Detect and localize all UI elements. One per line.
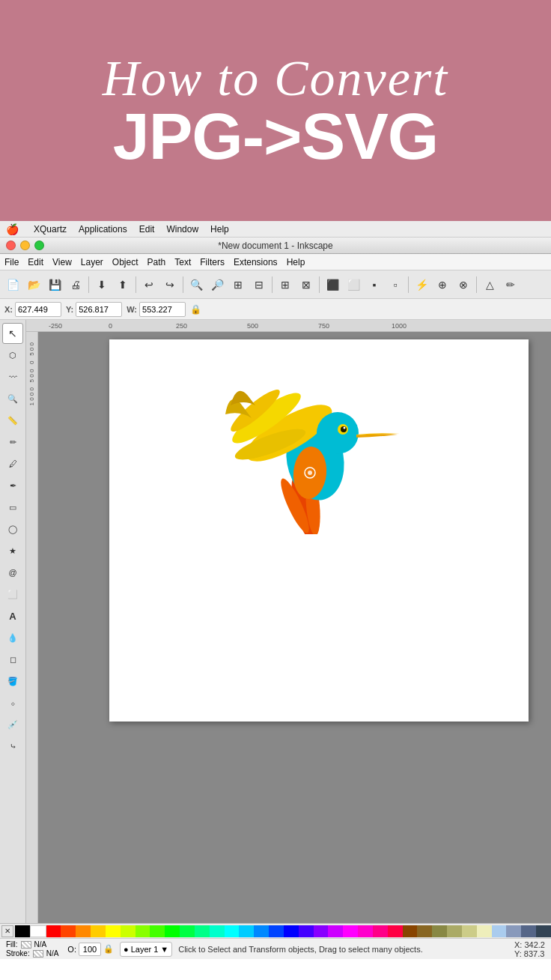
zoom-tool[interactable]: 🔍 xyxy=(2,388,23,409)
align-left-button[interactable]: ⬛ xyxy=(323,275,342,294)
snap-grid-button[interactable]: ⊕ xyxy=(433,275,452,294)
app-menu-layer[interactable]: Layer xyxy=(81,257,103,267)
color-khaki-light[interactable] xyxy=(462,925,477,937)
menu-help[interactable]: Help xyxy=(210,224,229,235)
spray-tool[interactable]: 💧 xyxy=(2,627,23,648)
stroke-swatch[interactable] xyxy=(33,950,43,958)
menu-xquartz[interactable]: XQuartz xyxy=(34,224,67,235)
app-menu-text[interactable]: Text xyxy=(174,257,191,267)
color-red[interactable] xyxy=(46,925,61,937)
ungroup-button[interactable]: ⊠ xyxy=(296,275,316,294)
app-menu-extensions[interactable]: Extensions xyxy=(234,257,278,267)
color-deep-pink[interactable] xyxy=(373,925,388,937)
y-input[interactable] xyxy=(76,302,122,317)
color-blue[interactable] xyxy=(284,925,299,937)
opacity-input[interactable] xyxy=(79,943,101,956)
w-input[interactable] xyxy=(139,302,186,317)
apple-menu[interactable]: 🍎 xyxy=(6,223,19,235)
color-lime[interactable] xyxy=(150,925,165,937)
print-button[interactable]: 🖨 xyxy=(66,275,85,294)
open-file-button[interactable]: 📂 xyxy=(24,275,43,294)
app-menu-object[interactable]: Object xyxy=(112,257,138,267)
rect-tool[interactable]: ▭ xyxy=(2,497,23,518)
pen-tool[interactable]: 🖊 xyxy=(2,453,23,474)
3dbox-tool[interactable]: ⬜ xyxy=(2,584,23,605)
eraser-tool[interactable]: ◻ xyxy=(2,649,23,670)
node-tool-button[interactable]: △ xyxy=(480,275,499,294)
star-tool[interactable]: ★ xyxy=(2,540,23,561)
menu-applications[interactable]: Applications xyxy=(79,224,127,235)
color-yellow-green[interactable] xyxy=(121,925,136,937)
color-cyan[interactable] xyxy=(225,925,240,937)
color-tan[interactable] xyxy=(417,925,432,937)
connector-tool[interactable]: ⤷ xyxy=(2,736,23,757)
close-button[interactable] xyxy=(6,241,16,250)
color-magenta[interactable] xyxy=(343,925,358,937)
dropper-tool[interactable]: 💉 xyxy=(2,714,23,735)
color-chartreuse[interactable] xyxy=(136,925,150,937)
calligraphy-tool[interactable]: ✒ xyxy=(2,475,23,496)
zoom-in-button[interactable]: 🔍 xyxy=(186,275,206,294)
node-edit-tool[interactable]: ⬡ xyxy=(2,345,23,366)
color-mint[interactable] xyxy=(195,925,210,937)
tweak-tool[interactable]: 〰 xyxy=(2,366,23,387)
app-menu-file[interactable]: File xyxy=(4,257,19,267)
color-blue-light[interactable] xyxy=(269,925,284,937)
color-blue-violet[interactable] xyxy=(299,925,314,937)
zoom-fit-button[interactable]: ⊞ xyxy=(228,275,248,294)
canvas-area[interactable] xyxy=(38,332,551,923)
pen-tool-button[interactable]: ✏ xyxy=(501,275,520,294)
group-button[interactable]: ⊞ xyxy=(276,275,295,294)
menu-edit[interactable]: Edit xyxy=(139,224,155,235)
measure-tool[interactable]: 📏 xyxy=(2,410,23,431)
color-sky-blue[interactable] xyxy=(239,925,254,937)
lock-icon[interactable]: 🔒 xyxy=(190,304,201,315)
lock-opacity-icon[interactable]: 🔒 xyxy=(103,944,114,954)
align-right-button[interactable]: ▪ xyxy=(365,275,384,294)
paint-bucket-tool[interactable]: 🪣 xyxy=(2,671,23,692)
color-navy[interactable] xyxy=(536,925,551,937)
color-black[interactable] xyxy=(15,925,30,937)
zoom-out-button[interactable]: 🔎 xyxy=(207,275,227,294)
color-orange[interactable] xyxy=(76,925,91,937)
color-green[interactable] xyxy=(165,925,180,937)
layer-selector[interactable]: ● Layer 1 ▼ xyxy=(120,942,172,957)
pencil-tool[interactable]: ✏ xyxy=(2,432,23,453)
align-center-button[interactable]: ⬜ xyxy=(344,275,363,294)
new-file-button[interactable]: 📄 xyxy=(3,275,22,294)
color-orange-red[interactable] xyxy=(61,925,76,937)
align-top-button[interactable]: ▫ xyxy=(386,275,405,294)
undo-button[interactable]: ↩ xyxy=(139,275,159,294)
import-button[interactable]: ⬇ xyxy=(92,275,112,294)
minimize-button[interactable] xyxy=(20,241,30,250)
select-tool[interactable]: ↖ xyxy=(2,323,23,344)
no-color-swatch[interactable]: ✕ xyxy=(1,925,13,937)
save-button[interactable]: 💾 xyxy=(45,275,64,294)
x-input[interactable] xyxy=(15,302,61,317)
color-purple[interactable] xyxy=(328,925,343,937)
color-yellow[interactable] xyxy=(106,925,121,937)
color-amber[interactable] xyxy=(91,925,106,937)
color-khaki-dark[interactable] xyxy=(432,925,447,937)
color-cream[interactable] xyxy=(477,925,492,937)
menu-window[interactable]: Window xyxy=(166,224,198,235)
text-tool[interactable]: A xyxy=(2,605,23,626)
maximize-button[interactable] xyxy=(34,241,44,250)
color-spring-green[interactable] xyxy=(180,925,195,937)
snap-toggle-button[interactable]: ⚡ xyxy=(412,275,431,294)
color-hot-pink[interactable] xyxy=(358,925,373,937)
fill-swatch[interactable] xyxy=(21,941,31,949)
color-dodger-blue[interactable] xyxy=(254,925,269,937)
color-crimson[interactable] xyxy=(388,925,403,937)
color-aquamarine[interactable] xyxy=(210,925,225,937)
app-menu-path[interactable]: Path xyxy=(147,257,166,267)
app-menu-view[interactable]: View xyxy=(52,257,72,267)
circle-tool[interactable]: ◯ xyxy=(2,518,23,539)
app-menu-edit[interactable]: Edit xyxy=(28,257,43,267)
redo-button[interactable]: ↪ xyxy=(160,275,180,294)
app-menu-filters[interactable]: Filters xyxy=(200,257,225,267)
color-brown[interactable] xyxy=(403,925,418,937)
snap-node-button[interactable]: ⊗ xyxy=(454,275,473,294)
color-khaki[interactable] xyxy=(447,925,462,937)
color-steel-blue[interactable] xyxy=(506,925,521,937)
